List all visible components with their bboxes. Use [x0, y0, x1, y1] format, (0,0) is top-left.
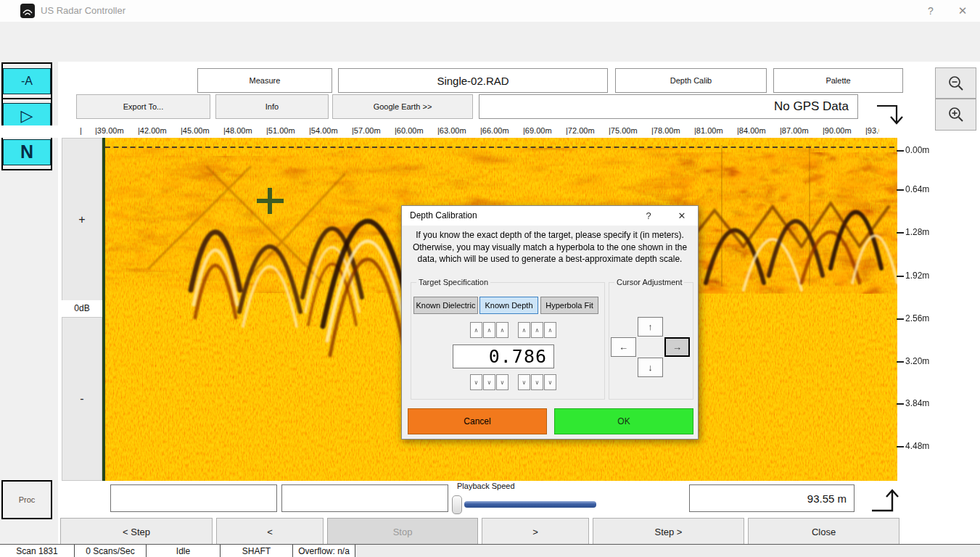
status-cell: SHAFT — [221, 545, 293, 557]
tool-stack: -A ▷ N — [1, 62, 52, 170]
ruler-tick-label: |69.00m — [523, 126, 552, 135]
spin-down-hundredths[interactable]: ∨ — [531, 374, 543, 390]
ruler-tick-label: |42.00m — [138, 126, 167, 135]
target-specification-label: Target Specification — [416, 278, 490, 286]
back-button[interactable]: < — [216, 518, 324, 545]
status-cell: Scan 1831 — [0, 545, 75, 557]
spin-up-tenths[interactable]: ∧ — [518, 322, 530, 338]
spin-down-thousandths[interactable]: ∨ — [544, 374, 556, 390]
zoom-out-icon — [947, 75, 965, 92]
ruler-tick-label: |39.00m — [95, 126, 124, 135]
depth-calibration-dialog: Depth Calibration ? ✕ If you know the ex… — [401, 205, 699, 440]
step-back-button[interactable]: < Step — [60, 518, 213, 545]
tab-hyperbola-fit[interactable]: Hyperbola Fit — [540, 297, 598, 314]
ruler-tick-label: |78.00m — [651, 126, 680, 135]
depth-scale-label: 1.28m — [905, 227, 929, 237]
proc-button[interactable]: Proc — [1, 480, 52, 519]
cursor-left-button[interactable]: ← — [611, 337, 636, 357]
depth-scale-label: 0.64m — [905, 184, 929, 194]
status-cell: Idle — [147, 545, 221, 557]
cursor-down-button[interactable]: ↓ — [638, 358, 663, 377]
depth-scale-label: 1.92m — [905, 271, 929, 281]
ruler-tick-label: |63.00m — [437, 126, 466, 135]
dialog-instructions: If you know the exact depth of the targe… — [410, 229, 690, 265]
gain-increase-button[interactable]: + — [62, 138, 102, 301]
status-bar: Scan 18310 Scans/SecIdleSHAFTOverflow: n… — [0, 544, 980, 557]
dialog-title-bar: Depth Calibration ? ✕ — [402, 206, 698, 226]
forward-button[interactable]: > — [482, 518, 589, 545]
tab-known-depth[interactable]: Known Depth — [479, 297, 538, 314]
info-button[interactable]: Info — [215, 94, 329, 119]
window-title: US Radar Controller — [41, 5, 125, 16]
bottom-field-right — [281, 484, 448, 512]
ruler-tick-label: |81.00m — [694, 126, 723, 135]
ok-button[interactable]: OK — [554, 408, 693, 434]
cursor-up-button[interactable]: ↑ — [638, 317, 663, 337]
spin-up-thousandths[interactable]: ∧ — [544, 322, 556, 338]
depth-calib-button[interactable]: Depth Calib — [615, 68, 767, 93]
google-earth-button[interactable]: Google Earth >> — [332, 94, 473, 119]
spin-down-ones[interactable]: ∨ — [496, 374, 508, 390]
turn-up-arrow-icon[interactable] — [869, 482, 904, 516]
n-icon: N — [3, 139, 51, 165]
zoom-in-button[interactable] — [935, 99, 976, 131]
playback-speed-label: Playback Speed — [457, 482, 515, 490]
gps-status-box: No GPS Data — [479, 94, 858, 119]
ruler-tick-label: | — [80, 126, 82, 135]
spin-up-tens[interactable]: ∧ — [483, 322, 495, 338]
dialog-help-button[interactable]: ? — [638, 208, 659, 223]
cursor-adjustment-label: Cursor Adjustment — [614, 278, 684, 286]
distance-display: 93.55 m — [689, 484, 855, 512]
ruler-tick-label: |45.00m — [181, 126, 210, 135]
ruler-tick-label: |75.00m — [609, 126, 638, 135]
tab-known-dielectric[interactable]: Known Dielectric — [413, 297, 478, 314]
spin-up-hundredths[interactable]: ∧ — [531, 322, 543, 338]
spin-up-hundreds[interactable]: ∧ — [470, 322, 482, 338]
app-icon — [20, 4, 35, 18]
ruler-tick-label: |87.00m — [780, 126, 809, 135]
status-cell: 0 Scans/Sec — [75, 545, 147, 557]
window-close-button[interactable]: ✕ — [949, 3, 976, 19]
dialog-close-button[interactable]: ✕ — [670, 208, 693, 223]
depth-scale-label: 3.84m — [905, 398, 929, 408]
spin-down-hundreds[interactable]: ∨ — [470, 374, 482, 390]
gain-decrease-button[interactable]: - — [62, 317, 102, 481]
close-button[interactable]: Close — [748, 518, 899, 545]
cancel-button[interactable]: Cancel — [408, 408, 547, 434]
export-to-button[interactable]: Export To... — [76, 94, 210, 119]
playback-speed-thumb[interactable] — [452, 495, 462, 514]
filename-display[interactable]: Single-02.RAD — [338, 68, 608, 93]
tool-button-auto-gain[interactable]: -A — [3, 64, 51, 99]
zoom-out-button[interactable] — [935, 67, 976, 99]
ruler-tick-label: |72.00m — [566, 126, 595, 135]
ruler-tick-label: |90.00m — [823, 126, 852, 135]
tool-button-n[interactable]: N — [3, 135, 51, 169]
step-forward-button[interactable]: Step > — [593, 518, 744, 545]
turn-down-arrow-icon[interactable] — [875, 100, 907, 132]
ruler-tick-label: |93.00m — [865, 126, 879, 135]
spin-up-ones[interactable]: ∧ — [496, 322, 508, 338]
palette-button[interactable]: Palette — [773, 68, 903, 93]
ruler-tick-label: |84.00m — [737, 126, 766, 135]
toolbar-background — [0, 22, 980, 62]
ruler-tick-label: |66.00m — [480, 126, 509, 135]
dialog-title: Depth Calibration — [410, 210, 477, 220]
spin-down-tenths[interactable]: ∨ — [518, 374, 530, 390]
spin-down-tens[interactable]: ∨ — [483, 374, 495, 390]
ruler-tick-label: |60.00m — [395, 126, 424, 135]
title-bar: US Radar Controller ? ✕ — [0, 0, 980, 22]
distance-ruler: ||39.00m|42.00m|45.00m|48.00m|51.00m|54.… — [0, 125, 879, 138]
playback-speed-track[interactable] — [464, 501, 596, 508]
status-cell: Overflow: n/a — [293, 545, 355, 557]
auto-gain-icon: -A — [3, 68, 51, 94]
window-help-button[interactable]: ? — [917, 3, 944, 19]
ruler-tick-label: |48.00m — [223, 126, 252, 135]
depth-value-field[interactable]: 0.786 — [453, 344, 554, 368]
depth-scale-label: 4.48m — [905, 441, 929, 451]
gain-value-label: 0dB — [62, 300, 102, 316]
ruler-tick-label: |54.00m — [309, 126, 338, 135]
measure-button[interactable]: Measure — [197, 68, 332, 93]
zoom-in-icon — [947, 106, 965, 123]
depth-scale-label: 3.20m — [905, 356, 929, 366]
cursor-right-button[interactable]: → — [664, 337, 690, 357]
